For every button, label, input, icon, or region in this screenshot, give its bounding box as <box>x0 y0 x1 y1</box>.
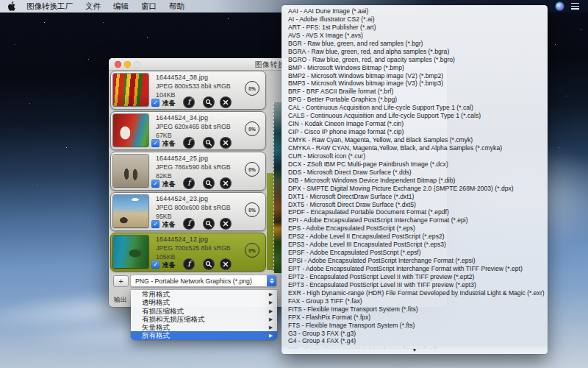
remove-icon[interactable] <box>220 177 232 189</box>
remove-icon[interactable] <box>220 137 232 149</box>
format-category-item[interactable]: 矢量格式 <box>131 323 277 331</box>
siri-icon[interactable] <box>556 2 564 10</box>
info-icon[interactable]: f <box>183 218 195 230</box>
image-thumbnail <box>113 155 148 187</box>
format-item[interactable]: DPX - SMPTE Digital Moving Picture Excha… <box>282 185 548 193</box>
format-item[interactable]: AI - Adobe Illustrator CS2 (*.ai) <box>282 15 548 24</box>
menubar-menu-item[interactable]: 帮助 <box>169 1 184 12</box>
format-item[interactable]: FTS - Flexible Image Transport System (*… <box>282 322 548 330</box>
format-item[interactable]: BMP3 - Microsoft Windows bitmap image (V… <box>282 79 548 88</box>
image-filename: 16444524_23.jpg <box>156 195 208 202</box>
menubar-status-area <box>556 2 588 10</box>
format-category-item[interactable]: 所有格式 <box>131 331 277 339</box>
format-item[interactable]: EPS3 - Adobe Level III Encapsulated Post… <box>282 241 548 249</box>
image-row[interactable]: 16444524_25.jpg JPEG 786x590 8bit sRGB 8… <box>110 152 266 191</box>
all-formats-list: AAI - AAI Dune Image (*.aai) AI - Adobe … <box>282 7 548 345</box>
preview-icon[interactable] <box>203 96 215 108</box>
preview-icon[interactable] <box>203 177 215 189</box>
info-icon[interactable]: f <box>183 177 195 189</box>
chevron-down-icon[interactable] <box>282 346 548 354</box>
apple-icon[interactable] <box>8 1 16 11</box>
info-icon[interactable]: f <box>183 96 195 108</box>
format-item[interactable]: BMP - Microsoft Windows Bitmap (*.bmp) <box>282 64 548 72</box>
preview-icon[interactable] <box>203 258 215 270</box>
format-item[interactable]: BRF - BRF ASCII Braille format (*.brf) <box>282 88 548 96</box>
remove-icon[interactable] <box>220 218 232 230</box>
image-row[interactable]: 16444524_34.jpg JPEG 620x465 8bit sRGB 6… <box>110 111 266 150</box>
format-category-item[interactable]: 有损和无损压缩格式 <box>131 315 277 323</box>
notification-center-icon[interactable] <box>571 3 579 10</box>
remove-icon[interactable] <box>220 258 232 270</box>
format-category-item[interactable]: 有损压缩格式 <box>131 307 277 315</box>
ready-checkbox[interactable] <box>151 180 159 188</box>
format-item[interactable]: BGRO - Raw blue, green, red, and opacity… <box>282 56 548 64</box>
format-item[interactable]: G3 - Group 3 FAX (*.g3) <box>282 330 548 338</box>
format-item[interactable]: AAI - AAI Dune Image (*.aai) <box>282 7 548 15</box>
format-item[interactable]: FITS - Flexible Image Transport System (… <box>282 305 548 314</box>
remove-icon[interactable] <box>220 96 232 108</box>
format-item[interactable]: DXT5 - Microsoft Direct Draw Surface (*.… <box>282 201 548 209</box>
format-item[interactable]: AVS - AVS X Image (*.avs) <box>282 32 548 40</box>
ready-checkbox[interactable] <box>151 99 159 107</box>
format-item[interactable]: DDS - Microsoft Direct Draw Surface (*.d… <box>282 169 548 177</box>
progress-ring: 0% <box>245 243 259 258</box>
format-item[interactable]: BPG - Better Portable Graphics (*.bpg) <box>282 96 548 104</box>
image-row[interactable]: 16444524_38.jpg JPEG 800x533 8bit sRGB 1… <box>110 71 266 110</box>
info-icon[interactable]: f <box>183 258 195 270</box>
add-images-button[interactable]: + <box>113 275 129 287</box>
output-label: 输出 <box>114 295 127 305</box>
format-item[interactable]: CIN - Kodak Cineon Image Format (*.cin) <box>282 120 548 128</box>
image-filename: 16444524_38.jpg <box>156 74 208 81</box>
image-size: 82KB <box>156 172 172 180</box>
image-size: 95KB <box>156 213 172 220</box>
image-filename: 16444524_12.jpg <box>156 236 208 243</box>
image-row[interactable]: 16444524_12.jpg JPEG 700x525 8bit sRGB 1… <box>110 233 266 272</box>
menubar-menu-item[interactable]: 图像转换工厂 <box>26 1 73 12</box>
image-size: 104KB <box>156 91 175 99</box>
format-item[interactable]: CMYK - Raw Cyan, Magenta, Yellow, and Bl… <box>282 136 548 144</box>
menubar-menu-item[interactable]: 文件 <box>85 1 101 12</box>
format-item[interactable]: EPSF - Adobe Encapsulated PostScript (*.… <box>282 249 548 257</box>
format-item[interactable]: CMYKA - RAW CYAN, Magenta,Yellow, Black,… <box>282 144 548 152</box>
format-item[interactable]: EPSI - Adobe Encapsulated PostScript Int… <box>282 257 548 265</box>
format-item[interactable]: BMP2 - Microsoft Windows bitmap image (V… <box>282 72 548 80</box>
format-item[interactable]: DXT1 - Microsoft DirectDraw Surface (*.d… <box>282 193 548 201</box>
format-item[interactable]: ART - PFS: 1st Publisher (*.art) <box>282 24 548 32</box>
format-category-item[interactable]: 常用格式 <box>131 290 277 298</box>
format-item[interactable]: FAX - Group 3 TIFF (*.fax) <box>282 297 548 305</box>
format-item[interactable]: CALS - Continuous Acquisition and Life-c… <box>282 112 548 120</box>
format-item[interactable]: EPS - Adobe Encapsulated PostScript (*.e… <box>282 224 548 233</box>
image-size: 105KB <box>156 253 175 261</box>
ready-checkbox[interactable] <box>151 139 159 147</box>
info-icon[interactable]: f <box>183 137 195 149</box>
format-item[interactable]: EPT2 - Encapsulated PostScript Level II … <box>282 273 548 281</box>
format-item[interactable]: EPT3 - Encapsulated PostScript Level III… <box>282 281 548 289</box>
ready-label: 准备 <box>162 140 176 149</box>
menubar-menu-item[interactable]: 编辑 <box>113 1 129 12</box>
format-item[interactable]: BGR - Raw blue, green, and red samples (… <box>282 40 548 48</box>
desktop: 图像转换工厂文件编辑窗口帮助 图像转换工厂 16444524_38.jpg JP… <box>0 0 588 368</box>
format-item[interactable]: CAL - Continuous Acquisition and Life-cy… <box>282 104 548 112</box>
preview-icon[interactable] <box>203 137 215 149</box>
image-size: 67KB <box>156 132 172 139</box>
output-format-select[interactable]: PNG - Portable Network Graphics (*.png) <box>130 275 277 287</box>
ready-checkbox[interactable] <box>151 261 159 269</box>
progress-ring: 0% <box>245 121 259 136</box>
preview-icon[interactable] <box>203 218 215 230</box>
format-item[interactable]: DIB - Microsoft Windows Device Independe… <box>282 177 548 185</box>
format-item[interactable]: DCX - ZSoft IBM PC Multi-page Paintbrush… <box>282 160 548 169</box>
format-item[interactable]: EPS2 - Adobe Level II Encapsulated PostS… <box>282 233 548 241</box>
image-row[interactable]: 16444524_23.jpg JPEG 800x600 8bit sRGB 9… <box>110 192 266 231</box>
format-item[interactable]: BGRA - Raw blue, green, red, and alpha s… <box>282 48 548 56</box>
format-category-item[interactable]: 透明格式 <box>131 298 277 306</box>
menubar-menu-item[interactable]: 窗口 <box>141 1 157 12</box>
ready-checkbox[interactable] <box>151 220 159 228</box>
format-item[interactable]: CIP - Cisco IP phone image format (*.cip… <box>282 128 548 136</box>
format-item[interactable]: FPX - FlashPix Format (*.fpx) <box>282 314 548 322</box>
format-item[interactable]: EPDF - Encapsulated Portable Document Fo… <box>282 208 548 216</box>
format-item[interactable]: EPI - Adobe Encapsulated PostScript Inte… <box>282 216 548 224</box>
format-item[interactable]: CUR - Microsoft icon (*.cur) <box>282 152 548 160</box>
format-item[interactable]: EXR - High Dynamic-range (HDR) File Form… <box>282 289 548 297</box>
format-item[interactable]: G4 - Group 4 FAX (*.g4) <box>282 337 548 345</box>
format-item[interactable]: EPT - Adobe Encapsulated PostScript Inte… <box>282 265 548 273</box>
